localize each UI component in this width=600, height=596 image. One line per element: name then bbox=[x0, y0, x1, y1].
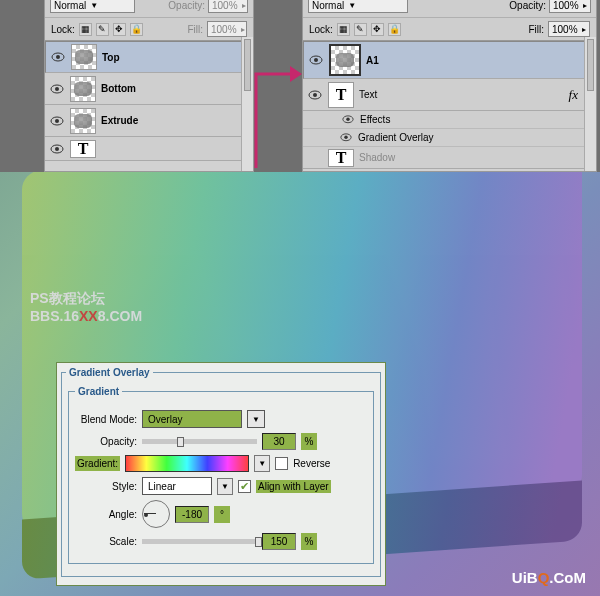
angle-wheel[interactable] bbox=[142, 500, 170, 528]
svg-point-9 bbox=[314, 58, 318, 62]
gradient-overlay-dialog: Gradient Overlay Gradient Blend Mode: Ov… bbox=[56, 362, 386, 586]
blend-mode-combo[interactable]: Overlay bbox=[142, 410, 242, 428]
layer-shadow[interactable]: T Shadow bbox=[303, 147, 596, 169]
layer-thumb: T bbox=[328, 82, 354, 108]
opacity-value[interactable]: 100%▸ bbox=[208, 0, 248, 13]
effects-label: Effects bbox=[360, 114, 390, 125]
svg-point-11 bbox=[313, 93, 317, 97]
lock-all-icon[interactable]: 🔒 bbox=[388, 23, 401, 36]
gradov-label: Gradient Overlay bbox=[358, 132, 434, 143]
opacity-slider[interactable] bbox=[142, 439, 257, 444]
gradient-section-label: Gradient bbox=[75, 386, 122, 397]
svg-point-13 bbox=[346, 118, 349, 121]
lock-paint-icon[interactable]: ✎ bbox=[354, 23, 367, 36]
visibility-icon[interactable] bbox=[49, 113, 65, 129]
layer-name: Extrude bbox=[101, 115, 138, 126]
gradient-dropdown-button[interactable]: ▼ bbox=[254, 455, 270, 472]
lock-all-icon[interactable]: 🔒 bbox=[130, 23, 143, 36]
visibility-icon[interactable] bbox=[50, 49, 66, 65]
gradient-label: Gradient: bbox=[75, 456, 120, 471]
fill-label: Fill: bbox=[528, 24, 544, 35]
angle-label: Angle: bbox=[75, 509, 137, 520]
opacity-label: Opacity: bbox=[168, 0, 205, 11]
fill-label: Fill: bbox=[187, 24, 203, 35]
svg-point-3 bbox=[55, 87, 59, 91]
opacity-label: Opacity: bbox=[75, 436, 137, 447]
layer-name: Shadow bbox=[359, 152, 395, 163]
reverse-checkbox[interactable] bbox=[275, 457, 288, 470]
visibility-icon[interactable] bbox=[49, 141, 65, 157]
layer-name: Top bbox=[102, 52, 120, 63]
style-label: Style: bbox=[75, 481, 137, 492]
degree-label: ° bbox=[214, 506, 230, 523]
fx-badge: fx bbox=[569, 87, 578, 103]
layer-text-partial[interactable]: T bbox=[45, 137, 253, 161]
lock-paint-icon[interactable]: ✎ bbox=[96, 23, 109, 36]
gradient-overlay-sublayer[interactable]: Gradient Overlay bbox=[303, 129, 596, 147]
visibility-icon[interactable] bbox=[341, 113, 355, 127]
percent-label: % bbox=[301, 533, 317, 550]
visibility-icon[interactable] bbox=[49, 81, 65, 97]
visibility-icon[interactable] bbox=[339, 131, 353, 145]
scrollbar[interactable] bbox=[584, 37, 596, 171]
angle-input[interactable]: -180 bbox=[175, 506, 209, 523]
visibility-icon[interactable] bbox=[307, 87, 323, 103]
svg-point-15 bbox=[344, 136, 347, 139]
lock-label: Lock: bbox=[51, 24, 75, 35]
layer-name: A1 bbox=[366, 55, 379, 66]
scale-label: Scale: bbox=[75, 536, 137, 547]
lock-move-icon[interactable]: ✥ bbox=[113, 23, 126, 36]
reverse-label: Reverse bbox=[293, 458, 330, 469]
layer-text[interactable]: T Text fx ▾ bbox=[303, 79, 596, 111]
blend-mode-label: Blend Mode: bbox=[75, 414, 137, 425]
blend-mode-dropdown-button[interactable]: ▼ bbox=[247, 410, 265, 428]
layer-name: Bottom bbox=[101, 83, 136, 94]
layer-top[interactable]: Top bbox=[45, 41, 253, 73]
layer-extrude[interactable]: Extrude bbox=[45, 105, 253, 137]
style-dropdown-button[interactable]: ▼ bbox=[217, 478, 233, 495]
lock-transparency-icon[interactable]: ▦ bbox=[79, 23, 92, 36]
opacity-input[interactable]: 30 bbox=[262, 433, 296, 450]
ps-forum-watermark: PS教程论坛 BBS.16XX8.COM bbox=[30, 290, 142, 324]
layers-panel-right: Normal▼ Opacity: 100%▸ Lock: ▦ ✎ ✥ 🔒 Fil… bbox=[302, 0, 597, 172]
svg-point-5 bbox=[55, 119, 59, 123]
fill-value[interactable]: 100%▸ bbox=[548, 21, 590, 37]
dialog-title: Gradient Overlay bbox=[66, 367, 153, 378]
percent-label: % bbox=[301, 433, 317, 450]
blend-mode-select[interactable]: Normal▼ bbox=[308, 0, 408, 13]
svg-point-7 bbox=[55, 147, 59, 151]
layer-thumb bbox=[70, 108, 96, 134]
style-combo[interactable]: Linear bbox=[142, 477, 212, 495]
lock-transparency-icon[interactable]: ▦ bbox=[337, 23, 350, 36]
opacity-label: Opacity: bbox=[509, 0, 546, 11]
visibility-icon[interactable] bbox=[308, 52, 324, 68]
opacity-value[interactable]: 100%▸ bbox=[549, 0, 591, 13]
lock-move-icon[interactable]: ✥ bbox=[371, 23, 384, 36]
fill-value[interactable]: 100%▸ bbox=[207, 21, 247, 37]
layer-bottom[interactable]: Bottom bbox=[45, 73, 253, 105]
svg-point-1 bbox=[56, 55, 60, 59]
layer-thumb bbox=[329, 44, 361, 76]
visibility-icon[interactable] bbox=[307, 150, 323, 166]
layer-thumb bbox=[70, 76, 96, 102]
layer-thumb bbox=[71, 44, 97, 70]
align-label: Align with Layer bbox=[256, 480, 331, 493]
scale-input[interactable]: 150 bbox=[262, 533, 296, 550]
layer-a1[interactable]: A1 bbox=[303, 41, 596, 79]
uibq-watermark: UiBQ.CoM bbox=[512, 569, 586, 586]
layer-name: Text bbox=[359, 89, 377, 100]
layers-panel-left: Normal▼ Opacity: 100%▸ Lock: ▦ ✎ ✥ 🔒 Fil… bbox=[44, 0, 254, 172]
scale-slider[interactable] bbox=[142, 539, 257, 544]
gradient-preview[interactable] bbox=[125, 455, 249, 472]
layer-thumb: T bbox=[70, 140, 96, 158]
align-checkbox[interactable]: ✔ bbox=[238, 480, 251, 493]
layer-thumb: T bbox=[328, 149, 354, 167]
lock-label: Lock: bbox=[309, 24, 333, 35]
arrow-indicator bbox=[254, 60, 302, 170]
scrollbar[interactable] bbox=[241, 37, 253, 171]
blend-mode-select[interactable]: Normal▼ bbox=[50, 0, 135, 13]
effects-sublayer[interactable]: Effects bbox=[303, 111, 596, 129]
